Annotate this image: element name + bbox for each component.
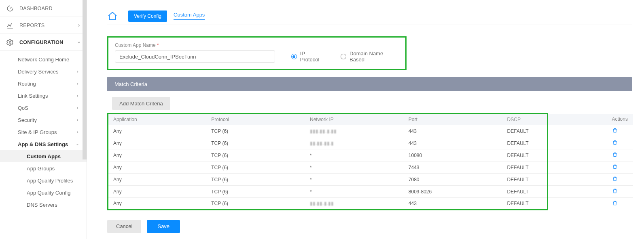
sidebar-item-security[interactable]: Security: [0, 114, 87, 126]
sidebar-item-site-ip-groups[interactable]: Site & IP Groups: [0, 126, 87, 138]
sidebar-dashboard[interactable]: DASHBOARD: [0, 0, 87, 17]
cell-actions: [607, 125, 633, 137]
sidebar-reports[interactable]: REPORTS: [0, 17, 87, 34]
cell-dscp: DEFAULT: [502, 149, 548, 161]
sidebar-scrollbar[interactable]: [83, 0, 87, 159]
radio-ip-protocol[interactable]: IP Protocol: [291, 50, 325, 63]
sidebar-item-network-config-home[interactable]: Network Config Home: [0, 53, 87, 65]
custom-app-name-panel: Custom App Name * IP Protocol Domain Nam…: [107, 36, 407, 70]
sidebar-item-routing[interactable]: Routing: [0, 78, 87, 90]
trash-icon[interactable]: [612, 177, 618, 183]
cell-protocol: TCP (6): [206, 125, 305, 137]
cell-application: Any: [108, 174, 207, 186]
chevron-right-icon: [76, 94, 79, 98]
chevron-right-icon: [76, 70, 79, 73]
cell-port: 7080: [404, 174, 502, 186]
sidebar-item-delivery-services[interactable]: Delivery Services: [0, 65, 87, 78]
table-row: AnyTCP (6)▮▮▮.▮▮.▮.▮▮443DEFAULT: [108, 125, 633, 137]
cell-protocol: TCP (6): [206, 137, 305, 149]
col-network-ip: Network IP: [305, 114, 404, 125]
cell-protocol: TCP (6): [206, 161, 305, 174]
cell-dscp: DEFAULT: [502, 186, 548, 198]
cell-port: 7443: [404, 161, 502, 174]
cell-port: 443: [404, 198, 502, 210]
cell-protocol: TCP (6): [206, 174, 305, 186]
sidebar-leaf-app-groups[interactable]: App Groups: [0, 162, 87, 174]
cell-actions: [607, 137, 633, 149]
cell-spacer: [547, 137, 607, 149]
col-port: Port: [404, 114, 502, 125]
table-row: AnyTCP (6)*8009-8026DEFAULT: [108, 186, 633, 198]
sidebar-item-label: Delivery Services: [18, 69, 58, 75]
cell-network-ip: ▮▮▮.▮▮.▮.▮▮: [305, 125, 404, 137]
radio-domain-name-based[interactable]: Domain Name Based: [341, 50, 399, 63]
cell-protocol: TCP (6): [206, 198, 305, 210]
cell-actions: [607, 198, 633, 210]
sidebar-item-link-settings[interactable]: Link Settings: [0, 90, 87, 102]
cell-application: Any: [108, 137, 207, 149]
sidebar-configuration[interactable]: CONFIGURATION: [0, 34, 87, 51]
sidebar-config-subnav: Network Config Home Delivery Services Ro…: [0, 51, 87, 211]
cell-application: Any: [108, 186, 207, 198]
trash-icon[interactable]: [612, 141, 618, 147]
cell-network-ip: ▮▮.▮▮.▮.▮▮: [305, 198, 404, 210]
verify-config-button[interactable]: Verify Config: [128, 10, 167, 22]
cell-protocol: TCP (6): [206, 149, 305, 161]
topbar: Verify Config Custom Apps: [107, 7, 632, 25]
sidebar-item-label: Security: [18, 117, 37, 123]
col-application: Application: [108, 114, 207, 125]
sidebar-item-label: Site & IP Groups: [18, 129, 57, 135]
sidebar-item-qos[interactable]: QoS: [0, 102, 87, 114]
trash-icon[interactable]: [612, 165, 618, 171]
sidebar-item-app-dns-settings[interactable]: App & DNS Settings: [0, 138, 87, 150]
chevron-down-icon: [77, 40, 81, 44]
table-row: AnyTCP (6)*7443DEFAULT: [108, 161, 633, 174]
cell-application: Any: [108, 198, 207, 210]
cell-actions: [607, 186, 633, 198]
main-content: Verify Config Custom Apps Custom App Nam…: [87, 0, 644, 239]
save-button[interactable]: Save: [147, 220, 180, 233]
gauge-icon: [6, 4, 15, 13]
sidebar-configuration-label: CONFIGURATION: [19, 40, 64, 45]
sidebar-item-label: QoS: [18, 105, 28, 111]
chevron-right-icon: [76, 130, 79, 134]
sidebar-leaf-label: DNS Servers: [27, 202, 57, 208]
cancel-button[interactable]: Cancel: [107, 220, 141, 233]
trash-icon[interactable]: [612, 153, 618, 159]
custom-app-name-input[interactable]: [115, 50, 275, 63]
cell-spacer: [547, 149, 607, 161]
cell-application: Any: [108, 125, 207, 137]
table-row: AnyTCP (6)*7080DEFAULT: [108, 174, 633, 186]
sidebar-leaf-dns-servers[interactable]: DNS Servers: [0, 199, 87, 211]
sidebar-leaf-label: App Quality Profiles: [27, 178, 73, 184]
sidebar-leaf-app-quality-config[interactable]: App Quality Config: [0, 187, 87, 199]
cell-spacer: [547, 125, 607, 137]
cell-port: 10080: [404, 149, 502, 161]
cell-protocol: TCP (6): [206, 186, 305, 198]
sidebar-leaf-label: App Groups: [27, 166, 55, 172]
add-match-criteria-button[interactable]: Add Match Criteria: [112, 97, 170, 110]
home-icon[interactable]: [107, 11, 118, 21]
chevron-right-icon: [77, 23, 81, 27]
table-row: AnyTCP (6)*10080DEFAULT: [108, 149, 633, 161]
chevron-right-icon: [76, 118, 79, 122]
sidebar-leaf-label: App Quality Config: [27, 190, 70, 196]
sidebar-leaf-app-quality-profiles[interactable]: App Quality Profiles: [0, 174, 87, 187]
sidebar-reports-label: REPORTS: [19, 23, 44, 28]
cell-actions: [607, 161, 633, 174]
cell-spacer: [547, 174, 607, 186]
cell-dscp: DEFAULT: [502, 125, 548, 137]
radio-circle-icon: [341, 54, 346, 59]
sidebar-item-label: App & DNS Settings: [18, 141, 68, 147]
trash-icon[interactable]: [612, 189, 618, 195]
app-type-radio-group: IP Protocol Domain Name Based: [291, 50, 399, 63]
chevron-right-icon: [76, 106, 79, 110]
cell-application: Any: [108, 149, 207, 161]
trash-icon[interactable]: [612, 201, 618, 207]
custom-app-name-label: Custom App Name *: [115, 42, 399, 48]
cell-port: 443: [404, 137, 502, 149]
breadcrumb-custom-apps[interactable]: Custom Apps: [174, 12, 205, 20]
sidebar-leaf-custom-apps[interactable]: Custom Apps: [0, 150, 87, 162]
trash-icon[interactable]: [612, 129, 618, 134]
cell-dscp: DEFAULT: [502, 174, 548, 186]
